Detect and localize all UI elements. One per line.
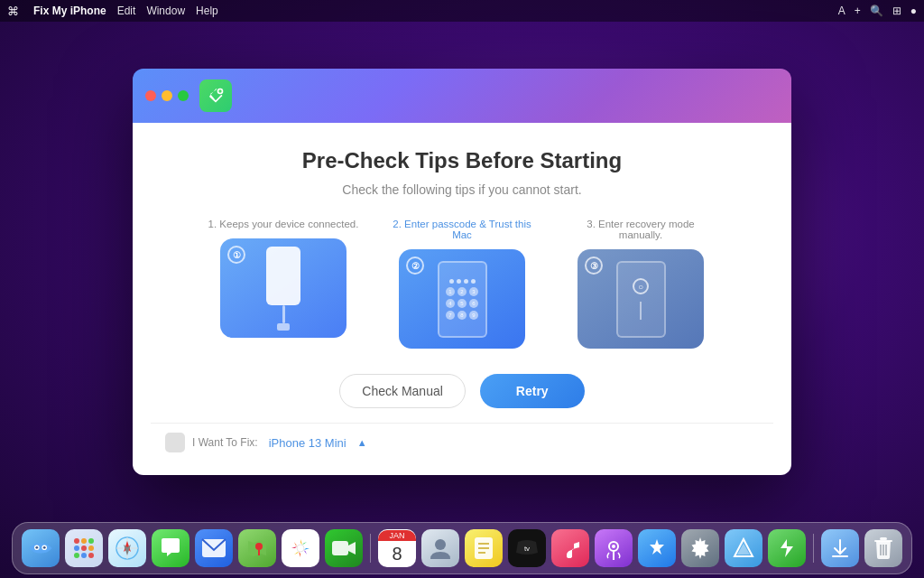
dock-photos[interactable] xyxy=(282,529,319,567)
dock-contacts[interactable] xyxy=(421,529,459,567)
svg-rect-40 xyxy=(874,540,892,542)
tip-2-number: ② xyxy=(406,256,424,275)
pdot xyxy=(449,279,454,284)
calendar-day: 8 xyxy=(392,541,402,566)
svg-point-5 xyxy=(35,546,38,549)
fix-bar-label: I Want To Fix: xyxy=(192,436,258,449)
menu-edit[interactable]: Edit xyxy=(117,5,136,17)
dock-appstore[interactable] xyxy=(638,529,676,567)
iphone-body xyxy=(266,247,300,305)
apple-menu[interactable]: ⌘ xyxy=(7,5,19,18)
dock-launchpad[interactable] xyxy=(65,529,103,567)
cable-line xyxy=(282,305,285,323)
menu-control-center[interactable]: ⊞ xyxy=(892,5,901,17)
dock-downloads[interactable] xyxy=(821,529,859,567)
svg-marker-25 xyxy=(348,542,356,555)
svg-text:tv: tv xyxy=(524,545,530,553)
svg-point-33 xyxy=(612,545,615,548)
main-title: Pre-Check Tips Before Starting xyxy=(302,148,622,173)
retry-button[interactable]: Retry xyxy=(480,374,585,408)
menu-search[interactable]: 🔍 xyxy=(870,5,883,17)
pgrid-item: 9 xyxy=(469,311,478,320)
svg-point-9 xyxy=(88,538,94,544)
calendar-month: JAN xyxy=(378,530,416,541)
dock-podcasts[interactable] xyxy=(595,529,633,567)
pgrid-item: 2 xyxy=(457,287,467,296)
zoom-button[interactable] xyxy=(178,90,189,101)
fix-bar: I Want To Fix: iPhone 13 Mini ▲ xyxy=(151,423,773,461)
check-manual-button[interactable]: Check Manual xyxy=(339,374,466,408)
iphone-passcode-illustration: 1 2 3 4 5 6 7 8 9 xyxy=(438,261,487,338)
passcode-dots xyxy=(449,279,476,284)
tip-2-image: ② 1 2 3 4 xyxy=(399,249,525,349)
close-button[interactable] xyxy=(145,90,156,101)
pgrid-item: 5 xyxy=(457,299,467,308)
pgrid-item: 1 xyxy=(446,287,455,296)
cable-plug xyxy=(277,323,290,331)
dock: JAN 8 tv xyxy=(12,522,912,574)
fix-bar-icon xyxy=(165,433,185,452)
dock-facetime[interactable] xyxy=(325,529,363,567)
svg-point-23 xyxy=(297,545,304,552)
svg-rect-39 xyxy=(880,537,887,540)
title-bar xyxy=(133,69,791,123)
svg-point-11 xyxy=(81,545,87,551)
tip-1-number: ① xyxy=(227,246,245,264)
dock-notes[interactable] xyxy=(465,529,503,567)
tip-1-image: ① xyxy=(220,238,346,338)
svg-point-13 xyxy=(74,553,79,558)
svg-point-26 xyxy=(435,539,446,550)
dock-fixmy[interactable] xyxy=(768,529,806,567)
menu-status-1: A xyxy=(838,5,845,17)
dock-safari[interactable] xyxy=(108,529,146,567)
dock-altstore[interactable] xyxy=(725,529,762,567)
tip-2: 2. Enter passcode & Trust this Mac ② xyxy=(385,219,539,349)
content-area: Pre-Check Tips Before Starting Check the… xyxy=(133,123,791,475)
menu-window[interactable]: Window xyxy=(146,5,185,17)
menu-bar: ⌘ Fix My iPhone Edit Window Help A + 🔍 ⊞… xyxy=(0,0,924,22)
svg-point-6 xyxy=(43,546,46,549)
tip-1-label: 1. Keeps your device connected. xyxy=(208,219,359,229)
dock-finder[interactable] xyxy=(22,529,60,567)
subtitle: Check the following tips if you cannot s… xyxy=(342,182,581,197)
svg-point-8 xyxy=(81,538,87,544)
pgrid-item: 4 xyxy=(446,299,455,308)
iphone-cable-illustration xyxy=(266,247,300,331)
chevron-up-icon[interactable]: ▲ xyxy=(357,437,367,448)
dock-trash[interactable] xyxy=(864,529,902,567)
dock-music[interactable] xyxy=(551,529,589,567)
svg-rect-24 xyxy=(332,541,348,555)
dock-separator-1 xyxy=(370,534,371,563)
menu-bar-left: ⌘ Fix My iPhone Edit Window Help xyxy=(7,5,218,18)
tip-3-number: ③ xyxy=(585,256,603,275)
pgrid-item: 6 xyxy=(469,299,478,308)
dock-maps[interactable] xyxy=(238,529,276,567)
menu-bar-right: A + 🔍 ⊞ ● xyxy=(838,5,917,17)
bottom-bar: Check Manual Retry xyxy=(339,374,584,408)
recovery-line xyxy=(640,302,642,320)
dock-appletv[interactable]: tv xyxy=(508,529,546,567)
tip-2-label: 2. Enter passcode & Trust this Mac xyxy=(385,219,539,240)
fix-bar-device[interactable]: iPhone 13 Mini xyxy=(269,436,346,450)
menu-status-2: + xyxy=(855,5,861,17)
menu-siri[interactable]: ● xyxy=(910,5,917,17)
dock-calendar[interactable]: JAN 8 xyxy=(378,529,416,567)
app-name[interactable]: Fix My iPhone xyxy=(33,5,106,17)
app-icon xyxy=(199,79,232,112)
tip-3: 3. Enter recovery mode manually. ③ ○ xyxy=(564,219,717,349)
pdot xyxy=(464,279,468,284)
desktop: Pre-Check Tips Before Starting Check the… xyxy=(0,22,924,522)
pdot xyxy=(457,279,461,284)
svg-point-12 xyxy=(88,545,94,551)
tip-1: 1. Keeps your device connected. ① xyxy=(207,219,360,349)
svg-point-14 xyxy=(81,553,87,558)
dock-settings[interactable] xyxy=(681,529,719,567)
menu-help[interactable]: Help xyxy=(196,5,218,17)
tip-3-label: 3. Enter recovery mode manually. xyxy=(564,219,717,240)
pgrid-item: 7 xyxy=(446,311,455,320)
dock-mail[interactable] xyxy=(195,529,233,567)
svg-point-15 xyxy=(88,553,94,558)
recovery-power-icon: ○ xyxy=(633,278,649,294)
minimize-button[interactable] xyxy=(162,90,172,101)
dock-messages[interactable] xyxy=(152,529,189,567)
